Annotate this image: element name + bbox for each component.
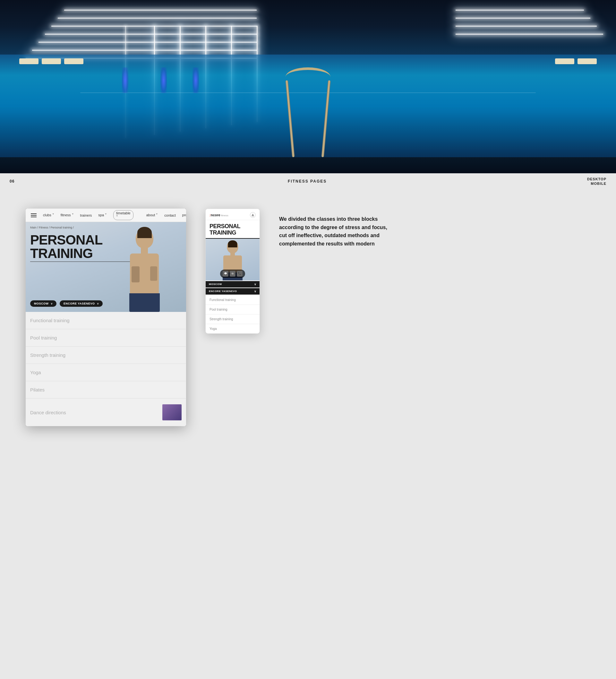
list-item[interactable]: Functional training (26, 312, 186, 329)
light-strip (456, 18, 590, 19)
mobile-label: MOBILE (587, 181, 606, 186)
city-selector[interactable]: MOSCOW ∨ (30, 300, 57, 307)
list-item[interactable]: Strength training (26, 347, 186, 364)
list-item[interactable]: Pilates (26, 381, 186, 398)
mobile-city-selector[interactable]: MOSCOW ∨ (206, 281, 260, 288)
chevron-down-icon: ∨ (254, 290, 257, 293)
label-bar: 06 FITNESS PAGES DESKTOP MOBILE (0, 173, 616, 189)
light-strip (32, 50, 257, 51)
list-item[interactable]: Pool training (26, 329, 186, 347)
nav-timetable[interactable]: timetable ˅ (113, 210, 133, 220)
blue-accent-light (122, 67, 128, 93)
pool-lounger (42, 58, 61, 64)
club-selector[interactable]: ENCORE YASENEVO ∨ (60, 300, 103, 307)
person-hair (137, 227, 152, 238)
copy-fab-button[interactable]: ⧉ (230, 271, 235, 277)
chevron-down-icon: ∨ (51, 302, 53, 305)
light-strip (456, 26, 597, 27)
description-text: We divided the classes into three blocks… (279, 215, 391, 248)
light-strip (58, 18, 257, 19)
mobile-list-item[interactable]: Yoga (206, 324, 260, 333)
nav-fitness[interactable]: fitness ˅ (61, 213, 74, 217)
nav-clubs[interactable]: clubs ˅ (43, 213, 54, 217)
mobile-header: :ncorefitness (206, 209, 260, 220)
mobile-hero-image: 💬 ⧉ 📞 (206, 239, 260, 281)
blue-accent-light (160, 67, 167, 93)
blue-accent-light (193, 67, 199, 93)
chat-fab-button[interactable]: 💬 (223, 271, 228, 277)
person-head (136, 228, 153, 248)
right-column: :ncorefitness PERSONAL TRAINING (205, 208, 391, 334)
mobile-mockup: :ncorefitness PERSONAL TRAINING (205, 208, 260, 334)
mobile-list-item[interactable]: Pool training (206, 305, 260, 315)
pool-image (0, 0, 616, 173)
chevron-down-icon: ∨ (254, 283, 257, 286)
nav-spa[interactable]: spa ˅ (98, 213, 107, 217)
nav-profile[interactable]: profile ˅ (182, 213, 186, 217)
tattoo-left (132, 266, 139, 282)
pool-lounger (19, 58, 38, 64)
list-item[interactable]: Yoga (26, 364, 186, 381)
svg-point-0 (252, 214, 254, 215)
mobile-logo: :ncorefitness (209, 213, 228, 217)
tattoo-right (150, 266, 157, 281)
training-list: Functional training Pool training Streng… (26, 312, 186, 426)
user-avatar-icon[interactable] (250, 212, 256, 218)
description-section: We divided the classes into three blocks… (279, 208, 391, 248)
pool-lounger (64, 58, 84, 64)
light-strip (38, 42, 257, 43)
light-strip (456, 10, 584, 10)
mobile-list-item[interactable]: Strength training (206, 315, 260, 324)
person-neck (141, 248, 148, 253)
phone-fab-button[interactable]: 📞 (237, 271, 242, 277)
training-item-thumbnail (162, 404, 182, 420)
device-labels: DESKTOP MOBILE (587, 177, 606, 186)
pool-lounger (578, 58, 597, 64)
desktop-nav: clubs ˅ fitness ˅ trainers spa ˅ timetab… (26, 208, 186, 222)
nav-about[interactable]: about ˅ (146, 213, 158, 217)
light-strip (45, 34, 257, 35)
chevron-down-icon: ∨ (97, 302, 99, 305)
main-content: clubs ˅ fitness ˅ trainers spa ˅ timetab… (0, 189, 616, 445)
breadcrumb: Main / Fitness / Personal training / (30, 226, 74, 229)
section-title: FITNESS PAGES (27, 179, 587, 184)
list-item[interactable]: Dance directions (26, 398, 186, 426)
mobile-page-title: PERSONAL TRAINING (209, 223, 256, 236)
mobile-person-head (227, 240, 238, 253)
light-strip (64, 10, 257, 10)
desktop-mockup: clubs ˅ fitness ˅ trainers spa ˅ timetab… (26, 208, 186, 426)
mobile-person-hair (228, 240, 237, 248)
hamburger-icon[interactable] (31, 214, 37, 217)
hero-person (112, 228, 176, 312)
mobile-club-selector[interactable]: ENCORE YASENEVO ∨ (206, 288, 260, 295)
selector-row: MOSCOW ∨ ENCORE YASENEVO ∨ (30, 300, 103, 307)
desktop-label: DESKTOP (587, 177, 606, 181)
person-pants (129, 293, 160, 312)
pool-handrail (289, 67, 327, 157)
mobile-title-area: PERSONAL TRAINING (206, 220, 260, 239)
hero-section (0, 0, 616, 173)
light-strip (456, 34, 603, 35)
person-torso (130, 254, 159, 294)
mobile-list-item[interactable]: Functional training (206, 295, 260, 305)
page-number: 06 (10, 179, 14, 184)
desktop-hero: Main / Fitness / Personal training / PER… (26, 222, 186, 312)
pool-water (0, 55, 616, 157)
nav-contact[interactable]: contact (164, 214, 175, 217)
pool-lounger (555, 58, 574, 64)
fab-row: 💬 ⧉ 📞 (220, 269, 245, 278)
nav-trainers[interactable]: trainers (80, 214, 92, 217)
